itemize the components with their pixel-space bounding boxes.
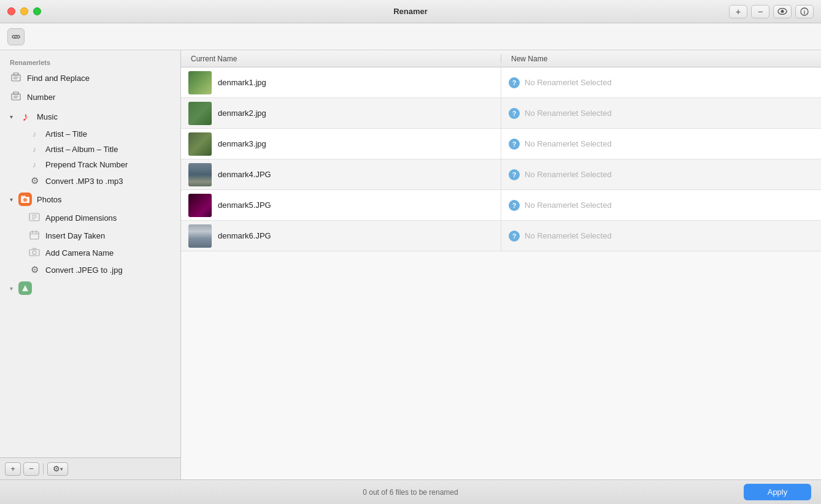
svg-rect-19 bbox=[30, 232, 39, 239]
add-button[interactable]: + bbox=[729, 5, 747, 18]
file-row-current-5: denmark5.JPG bbox=[181, 190, 501, 220]
main-content: Renamerlets Find and Replace bbox=[0, 50, 821, 479]
no-renamerlet-4: ? No Renamerlet Selected bbox=[509, 169, 612, 180]
sidebar-group-photos[interactable]: ▾ Photos bbox=[0, 189, 180, 209]
sidebar-item-artist-title[interactable]: ♪ Artist – Title bbox=[0, 126, 180, 142]
toolbar-divider bbox=[43, 464, 44, 475]
file-thumbnail-6 bbox=[188, 224, 212, 248]
svg-marker-25 bbox=[22, 285, 28, 291]
sidebar-group-extra[interactable]: ▾ bbox=[0, 278, 180, 298]
chain-link-icon[interactable] bbox=[7, 28, 25, 45]
music-note-icon-2: ♪ bbox=[28, 145, 40, 154]
cube-icon-find bbox=[10, 72, 22, 85]
music-note-icon-3: ♪ bbox=[28, 160, 40, 169]
chevron-down-icon-music: ▾ bbox=[10, 113, 16, 120]
column-current-name: Current Name bbox=[181, 55, 501, 63]
file-row-current-3: denmark3.jpg bbox=[181, 129, 501, 159]
file-name-4: denmark4.JPG bbox=[218, 170, 271, 179]
file-row-current-4: denmark4.JPG bbox=[181, 159, 501, 189]
sidebar-item-artist-album-title[interactable]: ♪ Artist – Album – Title bbox=[0, 142, 180, 157]
svg-rect-5 bbox=[13, 73, 18, 75]
cube-icon-number bbox=[10, 91, 22, 104]
window-controls bbox=[7, 7, 41, 15]
svg-point-1 bbox=[781, 10, 784, 13]
apply-button[interactable]: Apply bbox=[744, 484, 811, 500]
sidebar-item-prepend-track[interactable]: ♪ Prepend Track Number bbox=[0, 157, 180, 172]
question-icon-2: ? bbox=[509, 108, 520, 119]
no-renamerlet-label-6: No Renamerlet Selected bbox=[525, 231, 612, 240]
sidebar-content: Renamerlets Find and Replace bbox=[0, 50, 180, 457]
file-row-new-2: ? No Renamerlet Selected bbox=[501, 98, 821, 128]
file-thumbnail-5 bbox=[188, 194, 212, 217]
sidebar-item-add-camera[interactable]: Add Camera Name bbox=[0, 245, 180, 261]
titlebar: Renamer + − i bbox=[0, 0, 821, 23]
dimensions-icon bbox=[28, 212, 40, 224]
question-icon-4: ? bbox=[509, 169, 520, 180]
sidebar-item-label-convert-mp3: Convert .MP3 to .mp3 bbox=[45, 177, 123, 186]
sidebar-item-label-convert-jpeg: Convert .JPEG to .jpg bbox=[45, 265, 123, 275]
no-renamerlet-5: ? No Renamerlet Selected bbox=[509, 200, 612, 211]
chain-icon-area bbox=[0, 23, 821, 50]
sidebar-remove-button[interactable]: − bbox=[23, 462, 39, 476]
no-renamerlet-2: ? No Renamerlet Selected bbox=[509, 108, 612, 119]
sidebar-item-label-artist-title: Artist – Title bbox=[45, 129, 87, 139]
sidebar-item-label-add-camera: Add Camera Name bbox=[45, 248, 114, 258]
file-name-5: denmark5.JPG bbox=[218, 200, 271, 210]
sidebar-add-button[interactable]: + bbox=[5, 462, 21, 476]
extra-group-icon bbox=[18, 281, 32, 295]
no-renamerlet-label-3: No Renamerlet Selected bbox=[525, 139, 612, 148]
eye-icon bbox=[777, 8, 787, 15]
sidebar-item-convert-jpeg[interactable]: ⚙ Convert .JPEG to .jpg bbox=[0, 261, 180, 278]
file-name-2: denmark2.jpg bbox=[218, 109, 266, 118]
file-row-current-6: denmark6.JPG bbox=[181, 221, 501, 251]
sidebar-item-number[interactable]: Number bbox=[0, 88, 180, 107]
app-title: Renamer bbox=[393, 7, 428, 16]
gear-icon-toolbar: ⚙ bbox=[53, 464, 60, 473]
info-button[interactable]: i bbox=[795, 5, 814, 18]
question-icon-5: ? bbox=[509, 200, 520, 211]
close-button[interactable] bbox=[7, 7, 15, 15]
no-renamerlet-3: ? No Renamerlet Selected bbox=[509, 139, 612, 150]
sidebar-item-label-artist-album-title: Artist – Album – Title bbox=[45, 145, 118, 154]
sidebar-item-find-and-replace[interactable]: Find and Replace bbox=[0, 69, 180, 88]
sidebar-item-append-dimensions[interactable]: Append Dimensions bbox=[0, 209, 180, 227]
file-row-current-2: denmark2.jpg bbox=[181, 98, 501, 128]
sidebar-item-insert-day[interactable]: Insert Day Taken bbox=[0, 227, 180, 245]
column-new-name: New Name bbox=[501, 55, 821, 63]
file-row-new-4: ? No Renamerlet Selected bbox=[501, 159, 821, 189]
minimize-button[interactable] bbox=[20, 7, 28, 15]
maximize-button[interactable] bbox=[33, 7, 41, 15]
file-thumbnail-2 bbox=[188, 102, 212, 125]
file-thumbnail-3 bbox=[188, 132, 212, 156]
no-renamerlet-6: ? No Renamerlet Selected bbox=[509, 231, 612, 242]
table-row: denmark3.jpg ? No Renamerlet Selected bbox=[181, 129, 821, 159]
sidebar-group-music[interactable]: ▾ ♪ Music bbox=[0, 107, 180, 126]
music-group-icon: ♪ bbox=[18, 110, 32, 123]
table-row: denmark6.JPG ? No Renamerlet Selected bbox=[181, 221, 821, 251]
sidebar-group-label-music: Music bbox=[37, 112, 58, 121]
file-row-new-3: ? No Renamerlet Selected bbox=[501, 129, 821, 159]
sidebar-item-label-prepend-track: Prepend Track Number bbox=[45, 160, 128, 169]
sidebar-gear-button[interactable]: ⚙ ▾ bbox=[47, 462, 68, 476]
sidebar-item-label-insert-day: Insert Day Taken bbox=[45, 231, 105, 240]
question-icon-3: ? bbox=[509, 139, 520, 150]
remove-button[interactable]: − bbox=[751, 5, 769, 18]
sidebar: Renamerlets Find and Replace bbox=[0, 50, 181, 479]
info-icon: i bbox=[800, 7, 809, 16]
sidebar-group-label-photos: Photos bbox=[37, 195, 61, 204]
file-table-header: Current Name New Name bbox=[181, 50, 821, 67]
no-renamerlet-1: ? No Renamerlet Selected bbox=[509, 77, 612, 88]
plus-icon: + bbox=[10, 464, 15, 473]
sidebar-item-convert-mp3[interactable]: ⚙ Convert .MP3 to .mp3 bbox=[0, 172, 180, 189]
gear-icon-mp3: ⚙ bbox=[28, 175, 40, 186]
no-renamerlet-label-1: No Renamerlet Selected bbox=[525, 78, 612, 87]
sidebar-toolbar: + − ⚙ ▾ bbox=[0, 457, 180, 479]
file-thumbnail-4 bbox=[188, 163, 212, 186]
file-row-current-1: denmark1.jpg bbox=[181, 67, 501, 97]
svg-point-14 bbox=[23, 198, 27, 202]
question-icon-1: ? bbox=[509, 77, 520, 88]
no-renamerlet-label-4: No Renamerlet Selected bbox=[525, 170, 612, 179]
table-row: denmark1.jpg ? No Renamerlet Selected bbox=[181, 67, 821, 98]
preview-button[interactable] bbox=[773, 5, 792, 18]
file-list: denmark1.jpg ? No Renamerlet Selected de… bbox=[181, 67, 821, 479]
